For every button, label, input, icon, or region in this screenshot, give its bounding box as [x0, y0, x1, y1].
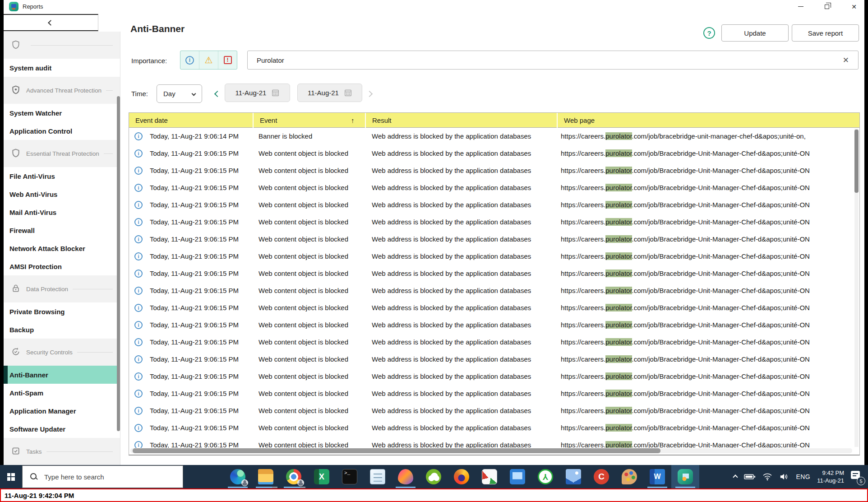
- kaspersky-icon[interactable]: [671, 465, 699, 488]
- sidebar-item-application-control[interactable]: Application Control: [4, 122, 120, 140]
- sidebar-item-system-audit[interactable]: System audit: [4, 59, 120, 77]
- table-row[interactable]: Today, 11-Aug-21 9:06:15 PM Web content …: [129, 402, 854, 419]
- chrome-icon[interactable]: [280, 465, 308, 488]
- info-importance-button[interactable]: [180, 51, 199, 69]
- sidebar-item-private-browsing[interactable]: Private Browsing: [4, 302, 120, 321]
- table-row[interactable]: Today, 11-Aug-21 9:06:15 PM Web content …: [129, 214, 854, 231]
- table-row[interactable]: Today, 11-Aug-21 9:06:15 PM Web content …: [129, 316, 854, 334]
- table-row[interactable]: Today, 11-Aug-21 9:06:15 PM Web content …: [129, 231, 854, 248]
- info-icon: [134, 235, 143, 243]
- column-header-web-page[interactable]: Web page: [557, 113, 860, 128]
- tray-date: 11-Aug-21: [817, 477, 844, 484]
- media-player-icon[interactable]: [476, 465, 503, 488]
- url-prefix: https://careers.: [561, 304, 605, 311]
- sidebar-item-anti-banner[interactable]: Anti-Banner: [4, 366, 120, 384]
- kaspersky-app-icon: [9, 2, 18, 11]
- sidebar-item-system-watcher[interactable]: System Watcher: [4, 104, 120, 122]
- close-button[interactable]: ✕: [845, 0, 863, 13]
- url-prefix: https://careers.: [561, 355, 605, 363]
- table-row[interactable]: Today, 11-Aug-21 9:06:14 PM Banner is bl…: [129, 128, 854, 145]
- save-report-button[interactable]: Save report: [792, 24, 859, 42]
- table-row[interactable]: Today, 11-Aug-21 9:06:15 PM Web content …: [129, 299, 854, 316]
- chevron-down-icon: [192, 92, 196, 96]
- column-header-event-date[interactable]: Event date: [129, 113, 253, 128]
- taskbar-clock[interactable]: 9:42 PM 11-Aug-21: [817, 469, 844, 484]
- remote-access-icon[interactable]: [531, 465, 559, 488]
- paint-palette-icon[interactable]: [615, 465, 643, 488]
- tray-chevron-up-icon[interactable]: [734, 473, 737, 481]
- table-row[interactable]: Today, 11-Aug-21 9:06:15 PM Web content …: [129, 437, 854, 448]
- minimize-button[interactable]: [791, 0, 810, 13]
- table-row[interactable]: Today, 11-Aug-21 9:06:15 PM Web content …: [129, 351, 854, 368]
- table-row[interactable]: Today, 11-Aug-21 9:06:15 PM Web content …: [129, 282, 854, 299]
- next-period-button[interactable]: [367, 90, 372, 98]
- url-highlight: purolator: [605, 149, 632, 157]
- edge-icon[interactable]: [224, 465, 252, 488]
- volume-icon[interactable]: [779, 473, 789, 481]
- update-button[interactable]: Update: [721, 24, 789, 42]
- language-indicator[interactable]: ENG: [796, 473, 810, 480]
- table-row[interactable]: Today, 11-Aug-21 9:06:15 PM Web content …: [129, 179, 854, 196]
- sidebar-item-firewall[interactable]: Firewall: [4, 221, 120, 239]
- search-icon: [30, 473, 38, 481]
- clear-search-icon[interactable]: ✕: [843, 56, 849, 65]
- web-page-cell: https://careers.purolator.com/job/Braceb…: [561, 196, 854, 214]
- cmd-icon[interactable]: [336, 465, 364, 488]
- taskbar-search-input[interactable]: Type here to search: [22, 465, 183, 488]
- period-select[interactable]: Day: [157, 84, 202, 103]
- horizontal-scrollbar-thumb[interactable]: [133, 448, 660, 453]
- previous-period-button[interactable]: [215, 90, 220, 98]
- info-icon: [134, 390, 143, 398]
- notification-center-icon[interactable]: 5: [851, 470, 863, 483]
- table-row[interactable]: Today, 11-Aug-21 9:06:15 PM Web content …: [129, 419, 854, 437]
- battery-icon[interactable]: [744, 474, 756, 480]
- wifi-icon[interactable]: [762, 473, 772, 481]
- warning-importance-button[interactable]: [199, 51, 218, 69]
- table-row[interactable]: Today, 11-Aug-21 9:06:15 PM Web content …: [129, 196, 854, 214]
- sidebar-item-backup[interactable]: Backup: [4, 321, 120, 339]
- horizontal-scrollbar[interactable]: [130, 448, 852, 453]
- search-input[interactable]: Purolator ✕: [247, 51, 859, 70]
- event-cell: Web content object is blocked: [259, 282, 353, 299]
- column-header-result[interactable]: Result: [365, 113, 557, 128]
- maximize-button[interactable]: [817, 0, 836, 13]
- control-panel-icon[interactable]: [503, 465, 531, 488]
- file-explorer-icon[interactable]: [252, 465, 280, 488]
- word-icon[interactable]: [643, 465, 671, 488]
- table-row[interactable]: Today, 11-Aug-21 9:06:15 PM Web content …: [129, 162, 854, 179]
- result-cell: Web address is blocked by the applicatio…: [372, 316, 559, 334]
- help-icon[interactable]: ?: [703, 27, 715, 39]
- sidebar-collapse-button[interactable]: [4, 14, 98, 31]
- sidebar-scrollbar[interactable]: [117, 96, 120, 431]
- sidebar-item-anti-spam[interactable]: Anti-Spam: [4, 384, 120, 402]
- date-from-field[interactable]: 11-Aug-21: [225, 84, 290, 102]
- photos-icon[interactable]: [559, 465, 587, 488]
- excel-icon[interactable]: [308, 465, 336, 488]
- sidebar-item-application-manager[interactable]: Application Manager: [4, 402, 120, 420]
- table-row[interactable]: Today, 11-Aug-21 9:06:15 PM Web content …: [129, 265, 854, 282]
- paint3d-icon[interactable]: [392, 465, 420, 488]
- sidebar-item-file-anti-virus[interactable]: File Anti-Virus: [4, 167, 120, 185]
- sidebar-item-web-anti-virus[interactable]: Web Anti-Virus: [4, 185, 120, 203]
- event-date-cell: Today, 11-Aug-21 9:06:15 PM: [150, 402, 252, 419]
- start-button[interactable]: [0, 465, 22, 488]
- notepad-icon[interactable]: [364, 465, 392, 488]
- firefox-icon[interactable]: [448, 465, 476, 488]
- table-row[interactable]: Today, 11-Aug-21 9:06:15 PM Web content …: [129, 385, 854, 402]
- cloud-backup-icon[interactable]: [420, 465, 448, 488]
- sidebar-item-amsi-protection[interactable]: AMSI Protection: [4, 257, 120, 275]
- table-row[interactable]: Today, 11-Aug-21 9:06:15 PM Web content …: [129, 145, 854, 162]
- sidebar-item-network-attack-blocker[interactable]: Network Attack Blocker: [4, 239, 120, 257]
- ccleaner-icon[interactable]: [587, 465, 615, 488]
- table-row[interactable]: Today, 11-Aug-21 9:06:15 PM Web content …: [129, 248, 854, 265]
- sidebar-item-mail-anti-virus[interactable]: Mail Anti-Virus: [4, 203, 120, 221]
- critical-importance-button[interactable]: [218, 51, 237, 69]
- date-to-field[interactable]: 11-Aug-21: [297, 84, 362, 102]
- table-row[interactable]: Today, 11-Aug-21 9:06:15 PM Web content …: [129, 368, 854, 385]
- column-header-event[interactable]: Event: [253, 113, 365, 128]
- sidebar-item-software-updater[interactable]: Software Updater: [4, 420, 120, 438]
- vertical-scrollbar[interactable]: [854, 129, 859, 447]
- vertical-scrollbar-thumb[interactable]: [854, 130, 859, 193]
- date-from-value: 11-Aug-21: [235, 89, 267, 97]
- table-row[interactable]: Today, 11-Aug-21 9:06:15 PM Web content …: [129, 334, 854, 351]
